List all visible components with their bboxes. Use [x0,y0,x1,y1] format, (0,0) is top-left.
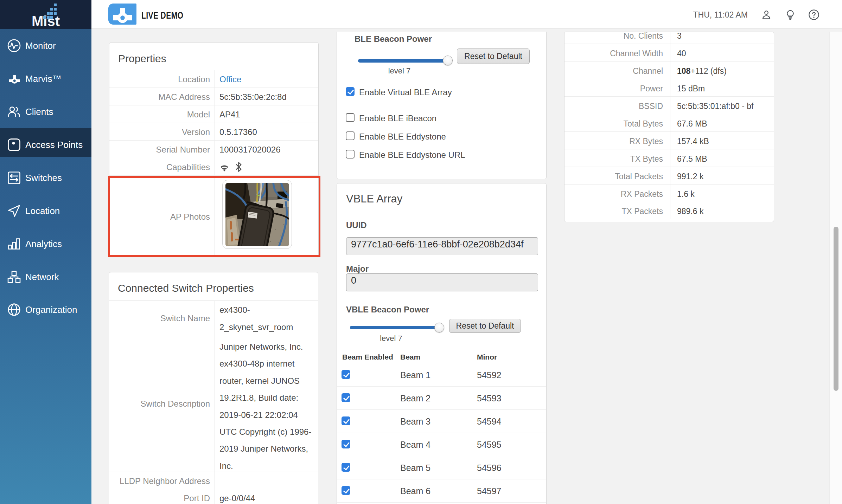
svg-text:Mist: Mist [32,13,60,29]
